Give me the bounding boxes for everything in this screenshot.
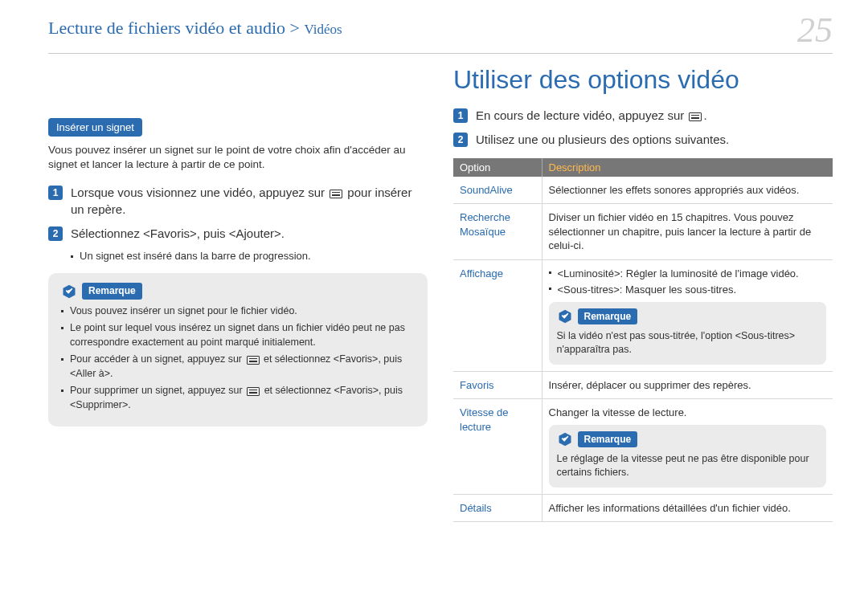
opt-desc: Afficher les informations détaillées d'u…	[542, 494, 833, 522]
section-label: Insérer un signet	[48, 118, 142, 137]
note-box: Remarque Vous pouvez insérer un signet p…	[48, 273, 428, 426]
header: Lecture de fichiers vidéo et audio > Vid…	[48, 18, 833, 54]
breadcrumb-main: Lecture de fichiers vidéo et audio >	[48, 18, 304, 38]
cube-check-icon	[557, 431, 573, 447]
opt-desc: Sélectionner les effets sonores appropri…	[542, 177, 833, 204]
opt-name: SoundAlive	[453, 177, 542, 204]
breadcrumb-sub: Vidéos	[304, 22, 342, 37]
note-item: Pour accéder à un signet, appuyez sur et…	[61, 353, 415, 381]
page-number: 25	[797, 13, 833, 48]
menu-icon	[247, 387, 260, 396]
table-row: Recherche Mosaïque Diviser un fichier vi…	[453, 204, 833, 260]
nested-note-text: Si la vidéo n'est pas sous-titrée, l'opt…	[557, 329, 819, 357]
opt-name: Recherche Mosaïque	[453, 204, 542, 260]
note-item: Vous pouvez insérer un signet pour le fi…	[61, 304, 415, 319]
opt-desc: Insérer, déplacer ou supprimer des repèr…	[542, 371, 833, 399]
th-description: Description	[542, 158, 833, 177]
rstep1-text-a: En cours de lecture vidéo, appuyez sur	[476, 108, 687, 122]
nested-note-text: Le réglage de la vitesse peut ne pas êtr…	[557, 452, 819, 479]
opt-desc: <Luminosité>: Régler la luminosité de l'…	[542, 259, 833, 371]
note-label: Remarque	[82, 283, 142, 300]
opt-name: Favoris	[453, 371, 542, 399]
step-number-icon: 1	[48, 186, 63, 200]
cube-check-icon	[557, 308, 573, 324]
cube-check-icon	[61, 284, 77, 300]
vitesse-desc: Changer la vitesse de lecture.	[549, 406, 827, 420]
right-step-2: 2 Utilisez une ou plusieurs des options …	[453, 132, 833, 148]
table-row: SoundAlive Sélectionner les effets sonor…	[453, 177, 833, 204]
note-item: Le point sur lequel vous insérez un sign…	[61, 321, 415, 349]
th-option: Option	[453, 158, 542, 177]
table-row: Vitesse de lecture Changer la vitesse de…	[453, 399, 833, 494]
opt-name: Détails	[453, 494, 542, 522]
right-heading: Utiliser des options vidéo	[453, 65, 833, 95]
note-label: Remarque	[578, 431, 638, 447]
breadcrumb: Lecture de fichiers vidéo et audio > Vid…	[48, 18, 342, 39]
opt-desc: Changer la vitesse de lecture. Remarque …	[542, 399, 833, 494]
step-2: 2 Sélectionnez <Favoris>, puis <Ajouter>…	[48, 226, 428, 242]
menu-icon	[689, 112, 702, 121]
table-header-row: Option Description	[453, 158, 833, 177]
options-table: Option Description SoundAlive Sélectionn…	[453, 158, 833, 523]
opt-desc: Diviser un fichier vidéo en 15 chapitres…	[542, 204, 833, 260]
table-row: Détails Afficher les informations détail…	[453, 494, 833, 522]
right-step-1: 1 En cours de lecture vidéo, appuyez sur…	[453, 108, 833, 124]
table-row: Favoris Insérer, déplacer ou supprimer d…	[453, 371, 833, 399]
table-row: Affichage <Luminosité>: Régler la lumino…	[453, 259, 833, 371]
step-1: 1 Lorsque vous visionnez une vidéo, appu…	[48, 185, 428, 218]
left-column: Insérer un signet Vous pouvez insérer un…	[48, 65, 428, 522]
menu-icon	[330, 190, 342, 198]
note-item: Pour supprimer un signet, appuyez sur et…	[61, 384, 415, 412]
opt-name: Vitesse de lecture	[453, 399, 542, 494]
step-number-icon: 1	[453, 108, 468, 123]
step-number-icon: 2	[453, 133, 468, 147]
nested-note: Remarque Le réglage de la vitesse peut n…	[549, 425, 827, 488]
rstep1-text-b: .	[703, 108, 706, 122]
step2-text: Sélectionnez <Favoris>, puis <Ajouter>.	[71, 226, 428, 242]
opt-name: Affichage	[453, 259, 542, 371]
rstep2-text: Utilisez une ou plusieurs des options su…	[476, 132, 833, 148]
intro-text: Vous pouvez insérer un signet sur le poi…	[48, 143, 428, 172]
step2-sub: Un signet est inséré dans la barre de pr…	[71, 250, 428, 262]
step-number-icon: 2	[48, 226, 63, 241]
nested-note: Remarque Si la vidéo n'est pas sous-titr…	[549, 302, 827, 365]
step2-sub-text: Un signet est inséré dans la barre de pr…	[80, 250, 311, 262]
menu-icon	[247, 356, 260, 365]
right-column: Utiliser des options vidéo 1 En cours de…	[453, 65, 833, 522]
note-label: Remarque	[578, 308, 638, 324]
step1-text-a: Lorsque vous visionnez une vidéo, appuye…	[71, 186, 328, 199]
